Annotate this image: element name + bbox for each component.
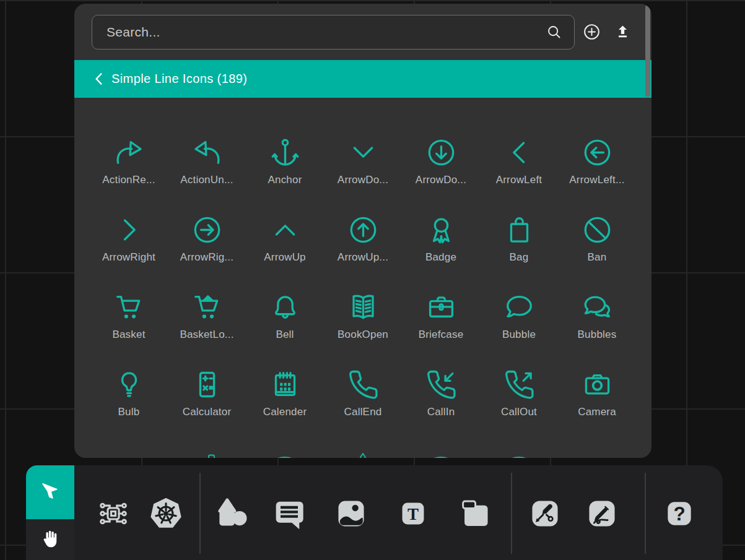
icon-cell-call-in[interactable]: CallIn [402,368,480,446]
circuit-board-tool-button[interactable] [94,494,133,533]
icon-cell-badge[interactable]: Badge [402,213,480,291]
calculator-icon [191,368,224,401]
shapes-tool-button[interactable] [214,495,251,532]
comment-icon [269,494,309,533]
icon-cell-partial-close[interactable] [480,446,558,458]
shapes-icon [214,495,251,532]
icon-cell-bulb[interactable]: Bulb [90,368,168,446]
hand-tool-button[interactable] [26,519,74,560]
search-icon [546,24,562,40]
icon-label: Bubbles [578,329,617,341]
library-title: Simple Line Icons (189) [111,72,247,86]
call-out-icon [503,368,536,401]
icon-cell-bag[interactable]: Bag [480,213,558,291]
bubbles-icon [581,291,614,324]
clock-icon [418,446,464,458]
icon-cell-partial-clock[interactable] [402,446,480,458]
icon-label: Calender [263,406,307,418]
circuit-board-icon [94,494,133,533]
pencil-draw-tool-button[interactable] [584,496,620,532]
icon-cell-calender[interactable]: Calender [246,368,324,446]
pen-connector-tool-button[interactable] [527,496,563,532]
frame-tool-button[interactable] [457,496,493,532]
search-row: Search... [74,4,651,60]
toolbar-divider [199,473,201,554]
icon-cell-arrow-right[interactable]: ArrowRight [90,213,168,291]
icon-cell-briefcase[interactable]: Briefcase [402,291,480,368]
icon-label: Ban [588,251,607,264]
icon-label: ArrowLeft... [569,174,624,186]
icon-cell-partial-chart[interactable] [168,446,246,458]
image-tool-button[interactable] [333,496,369,532]
icon-cell-partial-check[interactable] [246,446,324,458]
icon-cell-basket-loaded[interactable]: BasketLo... [168,291,246,368]
bag-icon [503,213,536,246]
pen-connector-icon [527,496,563,532]
icon-cell-call-end[interactable]: CallEnd [324,368,402,446]
icon-cell-arrow-down-circle[interactable]: ArrowDo... [402,136,480,213]
icon-cell-arrow-up[interactable]: ArrowUp [246,213,324,291]
icon-cell-camera[interactable]: Camera [558,368,636,446]
icon-label: Basket [112,329,145,341]
icon-cell-call-out[interactable]: CallOut [480,368,558,446]
arrow-down-circle-icon [425,136,458,169]
icon-cell-book-open[interactable]: BookOpen [324,291,402,368]
toolbar-divider [645,473,646,554]
icon-label: ArrowDo... [416,174,466,186]
icon-cell-arrow-right-circle[interactable]: ArrowRig... [168,213,246,291]
icon-cell-action-undo[interactable]: ActionUn... [168,136,246,213]
icon-cell-partial-camrecorder[interactable] [90,446,168,458]
arrow-left-circle-icon [581,136,614,169]
icon-cell-bubbles[interactable]: Bubbles [558,291,636,368]
icon-cell-arrow-down[interactable]: ArrowDo... [324,136,402,213]
frame-icon [457,496,493,532]
icon-cell-arrow-left[interactable]: ArrowLeft [480,136,558,213]
icon-cell-arrow-left-circle[interactable]: ArrowLeft... [558,136,636,213]
cloud-icon [574,446,620,458]
add-library-button[interactable] [583,23,601,41]
icon-grid-partial-row [74,446,651,458]
icon-cell-partial-chemistry[interactable] [324,446,402,458]
icon-cell-arrow-up-circle[interactable]: ArrowUp... [324,213,402,291]
kubernetes-icon [146,494,186,533]
arrow-down-icon [347,136,380,169]
scrollbar-thumb[interactable] [645,5,650,97]
image-icon [333,496,369,532]
upload-button[interactable] [614,23,632,41]
pointer-tool-button[interactable] [26,465,74,519]
icon-label: ArrowUp [264,251,306,264]
close-icon [496,446,542,458]
icon-cell-ban[interactable]: Ban [558,213,636,291]
search-input[interactable]: Search... [92,15,575,50]
icon-cell-calculator[interactable]: Calculator [168,368,246,446]
basket-loaded-icon [191,291,224,324]
arrow-left-icon [503,136,536,169]
bell-icon [269,291,302,324]
icon-cell-partial-cloud[interactable] [558,446,636,458]
icon-label: CallEnd [344,406,382,418]
icon-label: Briefcase [419,329,464,341]
hand-icon [38,527,63,552]
icon-cell-anchor[interactable]: Anchor [246,136,324,213]
icon-cell-basket[interactable]: Basket [90,291,168,368]
action-undo-icon [191,136,224,169]
arrow-right-icon [113,213,146,246]
icon-cell-bubble[interactable]: Bubble [480,291,558,368]
icon-label: ArrowRight [102,251,155,264]
pencil-draw-icon [584,496,620,532]
diagram-canvas[interactable]: Search... Simple Line Icons [0,0,745,560]
icon-label: BasketLo... [180,329,233,341]
help-tool-button[interactable]: ? [662,496,697,531]
camera-icon [581,368,614,401]
kubernetes-tool-button[interactable] [146,494,186,533]
icon-cell-action-redo[interactable]: ActionRe... [90,136,168,213]
comment-tool-button[interactable] [269,494,309,533]
search-placeholder: Search... [107,25,160,40]
icon-label: ArrowUp... [338,251,388,264]
add-circle-icon [583,23,601,41]
calender-icon [269,368,302,401]
library-header-back[interactable]: Simple Line Icons (189) [74,60,651,98]
arrow-up-icon [269,213,302,246]
text-tool-button[interactable]: T [396,497,430,530]
icon-cell-bell[interactable]: Bell [246,291,324,368]
